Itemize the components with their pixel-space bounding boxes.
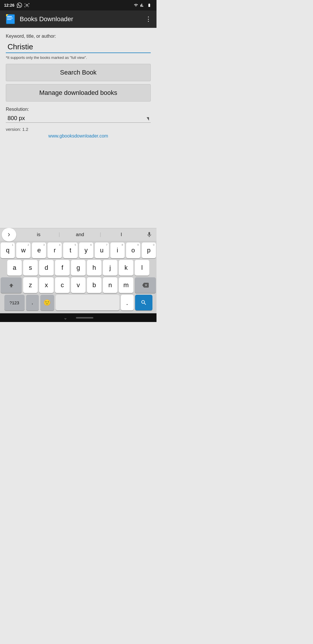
keyboard-row-2: a s d f g h j k l: [1, 260, 156, 276]
key-p[interactable]: 0p: [142, 243, 156, 258]
suggestion-is[interactable]: is: [18, 232, 59, 238]
version-text: version: 1.2: [6, 127, 151, 132]
key-r[interactable]: 4r: [48, 243, 62, 258]
key-k[interactable]: k: [119, 260, 133, 276]
comma-key[interactable]: ,: [26, 295, 39, 310]
battery-icon: [146, 3, 152, 7]
key-l[interactable]: l: [135, 260, 149, 276]
key-m[interactable]: m: [119, 277, 133, 293]
resolution-select[interactable]: 400 px 600 px 800 px 1000 px 1200 px: [6, 114, 151, 122]
full-view-note: *It supports only the books marked as "f…: [6, 55, 151, 60]
search-book-button[interactable]: Search Book: [6, 64, 151, 81]
key-e[interactable]: 3e: [32, 243, 46, 258]
search-input-container: [6, 41, 151, 53]
app-icon: [5, 13, 16, 25]
key-q[interactable]: 1q: [1, 243, 15, 258]
key-v[interactable]: v: [71, 277, 85, 293]
keyboard-row-3: z x c v b n m: [1, 277, 156, 293]
key-z[interactable]: z: [23, 277, 38, 293]
overflow-menu-button[interactable]: ⋮: [145, 15, 152, 23]
shift-key[interactable]: [1, 277, 22, 293]
key-s[interactable]: s: [23, 260, 38, 276]
space-key[interactable]: [56, 295, 119, 310]
key-x[interactable]: x: [39, 277, 54, 293]
wifi-icon: [133, 3, 139, 7]
key-h[interactable]: h: [87, 260, 101, 276]
svg-rect-3: [7, 18, 13, 19]
time-display: 12:26: [4, 3, 14, 8]
status-icons: [133, 3, 152, 7]
keyboard-area: is and I 1q 2w 3e 4r 5t 6y 7u 8i 9o 0p a…: [0, 228, 156, 313]
whatsapp-icon: [17, 3, 22, 8]
key-j[interactable]: j: [103, 260, 117, 276]
key-w[interactable]: 2w: [16, 243, 30, 258]
key-a[interactable]: a: [7, 260, 22, 276]
period-key[interactable]: .: [121, 295, 134, 310]
search-input[interactable]: [6, 41, 151, 53]
suggestions-expand-button[interactable]: [2, 228, 16, 241]
key-f[interactable]: f: [55, 260, 70, 276]
screenshot-icon: [24, 3, 30, 8]
search-key[interactable]: [135, 295, 152, 310]
status-bar: 12:26: [0, 0, 156, 10]
key-d[interactable]: d: [39, 260, 54, 276]
key-n[interactable]: n: [103, 277, 117, 293]
keyboard-rows: 1q 2w 3e 4r 5t 6y 7u 8i 9o 0p a s d f g …: [0, 241, 156, 313]
svg-rect-2: [7, 16, 12, 17]
app-title: Books Downloader: [20, 15, 73, 23]
key-u[interactable]: 7u: [95, 243, 109, 258]
app-bar: Books Downloader ⋮: [0, 10, 156, 28]
suggestion-and[interactable]: and: [59, 232, 101, 238]
signal-icon: [140, 3, 145, 7]
nav-bar: ⌄: [0, 313, 156, 322]
resolution-select-container: 400 px 600 px 800 px 1000 px 1200 px: [6, 114, 151, 123]
mic-button[interactable]: [142, 231, 156, 238]
search-label: Keyword, title, or author:: [6, 34, 151, 39]
svg-rect-4: [7, 19, 11, 20]
back-nav-chevron[interactable]: ⌄: [63, 315, 67, 321]
key-t[interactable]: 5t: [63, 243, 77, 258]
key-g[interactable]: g: [71, 260, 85, 276]
resolution-label: Resolution:: [6, 107, 151, 112]
keyboard-row-4: ?123 , 🙂 .: [1, 295, 156, 310]
home-nav-pill[interactable]: [76, 317, 93, 319]
key-i[interactable]: 8i: [110, 243, 125, 258]
suggestion-I[interactable]: I: [101, 232, 142, 238]
emoji-key[interactable]: 🙂: [40, 295, 54, 310]
manage-downloads-button[interactable]: Manage downloaded books: [6, 84, 151, 102]
symbols-key[interactable]: ?123: [4, 295, 25, 310]
key-b[interactable]: b: [87, 277, 101, 293]
website-link[interactable]: www.gbooksdownloader.com: [6, 133, 151, 139]
key-o[interactable]: 9o: [126, 243, 140, 258]
key-c[interactable]: c: [55, 277, 70, 293]
key-y[interactable]: 6y: [79, 243, 93, 258]
main-content: Keyword, title, or author: *It supports …: [0, 28, 156, 144]
keyboard-row-1: 1q 2w 3e 4r 5t 6y 7u 8i 9o 0p: [1, 243, 156, 258]
delete-key[interactable]: [135, 277, 156, 293]
suggestions-row: is and I: [0, 228, 156, 241]
